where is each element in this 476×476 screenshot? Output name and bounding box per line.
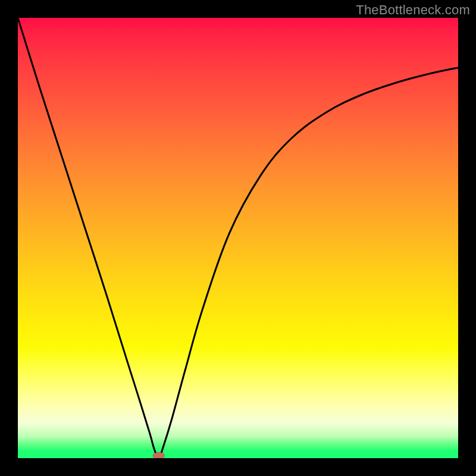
watermark-text: TheBottleneck.com bbox=[356, 2, 470, 18]
bottleneck-chart bbox=[18, 18, 458, 458]
bottleneck-curve bbox=[18, 18, 458, 458]
minimum-marker bbox=[153, 452, 165, 458]
plot-area bbox=[18, 18, 458, 458]
chart-frame: TheBottleneck.com bbox=[0, 0, 476, 476]
